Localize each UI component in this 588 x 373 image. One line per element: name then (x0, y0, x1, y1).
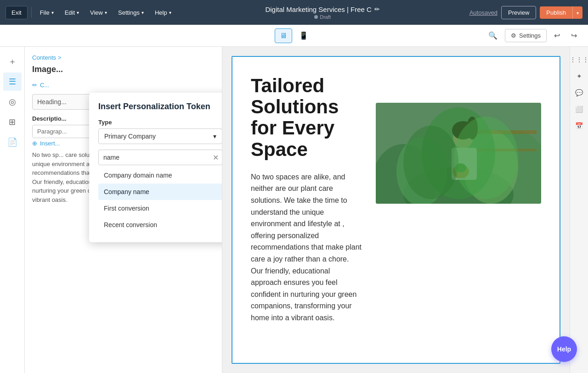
left-sidebar: ＋ ☰ ◎ ⊞ 📄 (0, 47, 25, 373)
nav-divider-1 (31, 7, 32, 18)
help-menu[interactable]: Help ▾ (150, 6, 176, 19)
plant-image-overlay (376, 103, 541, 204)
right-comment-icon[interactable]: 💬 (572, 85, 587, 100)
draft-indicator (314, 15, 318, 19)
list-item-recent-conversion[interactable]: Recent conversion (98, 217, 222, 233)
settings-chevron-icon: ▾ (141, 10, 144, 15)
file-menu[interactable]: File ▾ (35, 6, 58, 19)
publish-button-group: Publish ▾ (540, 6, 582, 19)
personalization-token-modal: Insert Personalization Token Type Primar… (89, 93, 222, 242)
token-dropdown-list: Company domain name Company name First c… (98, 167, 222, 233)
modal-title: Insert Personalization Token (98, 102, 222, 111)
mobile-view-button[interactable]: 📱 (294, 28, 313, 43)
plant-photo (376, 103, 541, 204)
canvas-body-text: No two spaces are alike, and neither are… (251, 171, 362, 324)
top-navigation: Exit File ▾ Edit ▾ View ▾ Settings ▾ Hel… (0, 0, 588, 25)
canvas-image (376, 103, 541, 204)
gear-icon: ⚙ (511, 32, 516, 39)
view-chevron-icon: ▾ (105, 10, 107, 15)
canvas-area: Tailored Solutions for Every Space No tw… (222, 47, 570, 373)
publish-dropdown-button[interactable]: ▾ (572, 6, 582, 19)
dropdown-chevron-icon: ▾ (213, 133, 216, 140)
sidebar-add-button[interactable]: ＋ (3, 52, 22, 71)
help-bubble[interactable]: Help (551, 336, 577, 362)
list-item-company-name[interactable]: Company name (98, 184, 222, 200)
canvas-heading: Tailored Solutions for Every Space (251, 75, 362, 160)
nav-right-actions: Autosaved Preview Publish ▾ (469, 6, 582, 19)
sidebar-pages-button[interactable]: 📄 (3, 133, 22, 151)
edit-chevron-icon: ▾ (77, 10, 79, 15)
view-controls-bar: 🖥 📱 🔍 ⚙ Settings ↩ ↪ (0, 25, 588, 47)
right-calendar-icon[interactable]: 📅 (572, 118, 587, 133)
page-title: Digital Marketing Services | Free C ✏ Dr… (178, 6, 468, 20)
file-chevron-icon: ▾ (51, 10, 54, 15)
type-label: Type (98, 119, 222, 126)
list-item-first-conversion[interactable]: First conversion (98, 200, 222, 217)
settings-panel-button[interactable]: ⚙ Settings (505, 29, 547, 42)
token-search-input[interactable] (98, 150, 222, 165)
right-grid-icon[interactable]: ⋮⋮⋮ (572, 52, 587, 67)
help-chevron-icon: ▾ (169, 10, 171, 15)
right-star-icon[interactable]: ✦ (572, 69, 587, 84)
canvas-inner: Tailored Solutions for Every Space No tw… (222, 47, 570, 373)
undo-button[interactable]: ↩ (550, 28, 564, 43)
redo-button[interactable]: ↪ (567, 28, 581, 43)
canvas-content: Tailored Solutions for Every Space No tw… (251, 75, 541, 323)
view-menu[interactable]: View ▾ (85, 6, 112, 19)
sidebar-design-button[interactable]: ◎ (3, 93, 22, 111)
settings-menu[interactable]: Settings ▾ (113, 6, 148, 19)
type-select-dropdown[interactable]: Primary Company ▾ (98, 128, 222, 144)
panel-title: Image... (32, 65, 215, 74)
autosaved-indicator: Autosaved (469, 9, 498, 16)
secondary-nav-right: 🔍 ⚙ Settings ↩ ↪ (485, 28, 581, 43)
content-panel: Contents > Image... ✏ C... Heading... De… (25, 47, 222, 373)
edit-row[interactable]: ✏ C... (32, 82, 215, 89)
edit-menu[interactable]: Edit ▾ (60, 6, 84, 19)
sidebar-modules-button[interactable]: ⊞ (3, 113, 22, 131)
desktop-view-button[interactable]: 🖥 (275, 28, 292, 43)
breadcrumb[interactable]: Contents > (32, 54, 215, 61)
edit-title-icon[interactable]: ✏ (374, 6, 380, 13)
search-field-wrap: ✕ (98, 150, 222, 165)
preview-button[interactable]: Preview (501, 6, 536, 19)
pencil-icon: ✏ (32, 82, 37, 89)
exit-button[interactable]: Exit (6, 6, 28, 19)
canvas-text-column: Tailored Solutions for Every Space No tw… (251, 75, 362, 323)
right-sidebar: ⋮⋮⋮ ✦ 💬 ⬜ 📅 (570, 47, 588, 373)
right-layout-icon[interactable]: ⬜ (572, 102, 587, 117)
list-item-company-domain[interactable]: Company domain name (98, 167, 222, 184)
main-layout: ＋ ☰ ◎ ⊞ 📄 Contents > Image... ✏ C... Hea… (0, 47, 588, 373)
publish-chevron-icon: ▾ (577, 11, 579, 16)
page-canvas[interactable]: Tailored Solutions for Every Space No tw… (232, 56, 560, 364)
publish-button[interactable]: Publish (540, 6, 572, 19)
sidebar-contents-button[interactable]: ☰ (3, 72, 22, 91)
insert-icon: ⊕ (32, 140, 37, 147)
search-button[interactable]: 🔍 (485, 28, 501, 43)
search-clear-button[interactable]: ✕ (213, 153, 219, 162)
